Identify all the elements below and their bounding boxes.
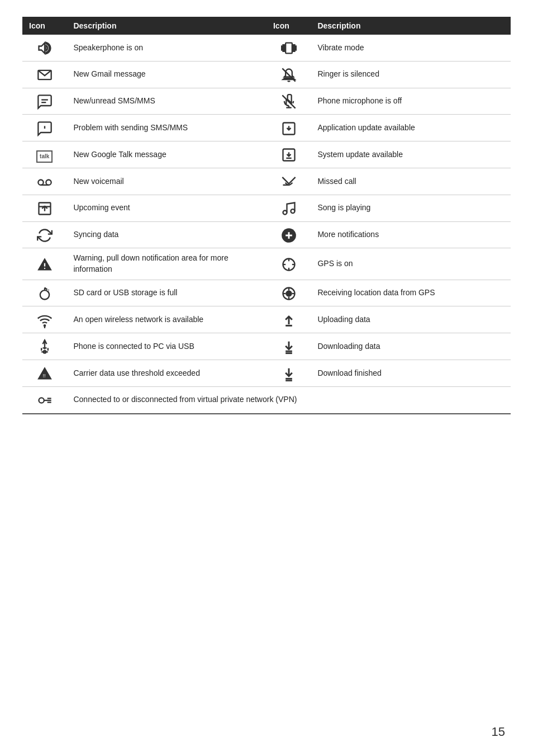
table-row: ! SD card or USB storage is full [22, 280, 511, 306]
desc-wifi-open: An open wireless network is available [66, 306, 266, 333]
col-header-icon1: Icon [22, 17, 66, 35]
icon-gmail [22, 61, 66, 88]
desc-usb: Phone is connected to PC via USB [66, 333, 266, 360]
table-row: An open wireless network is available Up… [22, 306, 511, 333]
svg-point-17 [46, 180, 51, 185]
icon-downloading [266, 333, 311, 360]
desc-carrier-data: Carrier data use threshold exceeded [66, 360, 266, 386]
svg-point-30 [44, 268, 45, 269]
svg-point-41 [286, 291, 291, 296]
icon-gps-receiving [266, 280, 311, 306]
desc-gps-receiving: Receiving location data from GPS [311, 280, 511, 306]
desc-upcoming-event: Upcoming event [66, 195, 266, 221]
table-row: !! Carrier data use threshold exceeded [22, 360, 511, 386]
desc-more-notifications: More notifications [311, 221, 511, 248]
svg-point-46 [44, 325, 45, 326]
desc-vibrate: Vibrate mode [311, 35, 511, 61]
icon-sd-full: ! [22, 280, 66, 306]
desc-speakerphone: Speakerphone is on [66, 35, 266, 61]
table-row: Speakerphone is on Vibrate mode [22, 35, 511, 61]
desc-syncing: Syncing data [66, 221, 266, 248]
table-row: Problem with sending SMS/MMS Application… [22, 115, 511, 141]
svg-text:!!: !! [42, 373, 45, 379]
table-row: Warning, pull down notification area for… [22, 248, 511, 280]
table-row: New Gmail message Ringer is silenced [22, 61, 511, 88]
icon-system-update [266, 141, 311, 168]
desc-vpn: Connected to or disconnected from virtua… [66, 386, 511, 413]
icon-more-notifications [266, 221, 311, 248]
svg-point-60 [39, 398, 44, 403]
icon-warning [22, 248, 66, 280]
icon-gps-on [266, 248, 311, 280]
svg-rect-0 [285, 43, 292, 54]
desc-ringer-silenced: Ringer is silenced [311, 61, 511, 88]
desc-voicemail: New voicemail [66, 168, 266, 195]
icons-table: Icon Description Icon Description [22, 17, 511, 414]
table-row: talk New Google Talk message System upda… [22, 141, 511, 168]
icon-carrier-data: !! [22, 360, 66, 386]
icon-song-playing [266, 195, 311, 221]
icon-gtalk: talk [22, 141, 66, 168]
icon-download-finished [266, 360, 311, 386]
icon-speakerphone [22, 35, 66, 61]
icon-vpn [22, 386, 66, 413]
svg-point-16 [38, 180, 43, 185]
page-number: 15 [492, 725, 505, 739]
desc-sms-problem: Problem with sending SMS/MMS [66, 115, 266, 141]
desc-sms: New/unread SMS/MMS [66, 88, 266, 115]
icon-ringer-silenced [266, 61, 311, 88]
desc-warning: Warning, pull down notification area for… [66, 248, 266, 280]
svg-point-24 [283, 210, 287, 214]
page-container: Icon Description Icon Description [0, 0, 533, 448]
desc-mic-off: Phone microphone is off [311, 88, 511, 115]
table-row: Phone is connected to PC via USB Downloa… [22, 333, 511, 360]
desc-gps-on: GPS is on [311, 248, 511, 280]
icon-uploading [266, 306, 311, 333]
col-header-icon2: Icon [266, 17, 311, 35]
col-header-desc1: Description [66, 17, 266, 35]
icon-usb [22, 333, 66, 360]
icon-mic-off [266, 88, 311, 115]
icon-wifi-open [22, 306, 66, 333]
col-header-desc2: Description [311, 17, 511, 35]
icon-syncing [22, 221, 66, 248]
svg-point-25 [291, 209, 294, 213]
desc-system-update: System update available [311, 141, 511, 168]
icon-app-update [266, 115, 311, 141]
icon-missed-call [266, 168, 311, 195]
icon-vibrate [266, 35, 311, 61]
gtalk-badge: talk [36, 150, 53, 163]
desc-downloading: Downloading data [311, 333, 511, 360]
desc-uploading: Uploading data [311, 306, 511, 333]
table-row: Upcoming event Song is playing [22, 195, 511, 221]
svg-text:!: ! [48, 287, 50, 293]
desc-gmail: New Gmail message [66, 61, 266, 88]
desc-sd-full: SD card or USB storage is full [66, 280, 266, 306]
icon-voicemail [22, 168, 66, 195]
desc-app-update: Application update available [311, 115, 511, 141]
desc-download-finished: Download finished [311, 360, 511, 386]
table-row: New voicemail Missed call [22, 168, 511, 195]
desc-gtalk: New Google Talk message [66, 141, 266, 168]
table-row: Syncing data More notifications [22, 221, 511, 248]
desc-song-playing: Song is playing [311, 195, 511, 221]
table-row: New/unread SMS/MMS Ph [22, 88, 511, 115]
desc-missed-call: Missed call [311, 168, 511, 195]
table-row: Connected to or disconnected from virtua… [22, 386, 511, 413]
icon-upcoming-event [22, 195, 66, 221]
icon-sms [22, 88, 66, 115]
icon-sms-problem [22, 115, 66, 141]
